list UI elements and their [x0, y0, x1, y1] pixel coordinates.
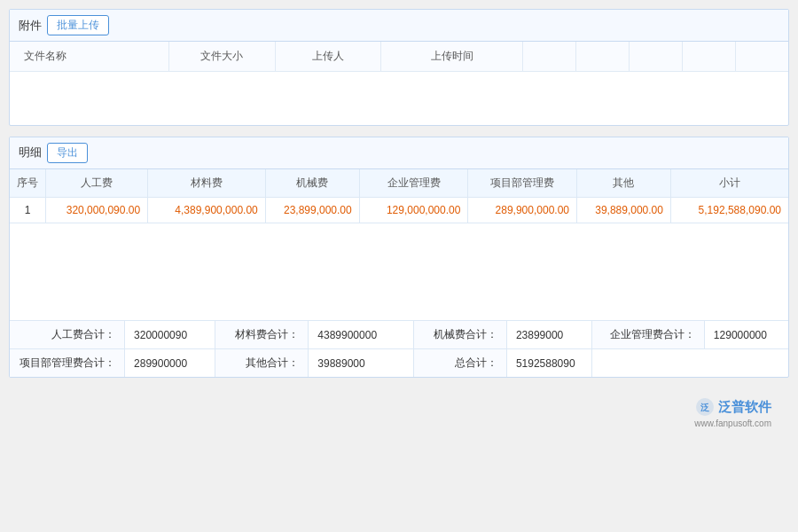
col-enterprise-mgmt: 企业管理费	[359, 169, 468, 198]
enterprise-mgmt-total-value: 129000000	[704, 321, 788, 349]
table-row: 1 320,000,090.00 4,389,900,000.00 23,899…	[10, 197, 788, 223]
attachment-header: 附件 批量上传	[10, 10, 788, 42]
col-seq: 序号	[10, 169, 46, 198]
project-mgmt-total-label: 项目部管理费合计：	[10, 349, 125, 378]
cell-material: 4,389,900,000.00	[148, 197, 266, 223]
col-labor: 人工费	[46, 169, 148, 198]
detail-header: 明细 导出	[10, 137, 788, 169]
col-filesize: 文件大小	[169, 42, 276, 72]
col-mechanical: 机械费	[265, 169, 359, 198]
col-material: 材料费	[148, 169, 266, 198]
col-subtotal: 小计	[670, 169, 788, 198]
col-uploader: 上传人	[275, 42, 381, 72]
cell-enterprise-mgmt: 129,000,000.00	[359, 197, 468, 223]
detail-spacer-row	[10, 223, 788, 320]
brand-logo-icon: 泛	[695, 397, 715, 417]
brand-website: www.fanpusoft.com	[27, 419, 771, 428]
summary-row-2: 项目部管理费合计： 289900000 其他合计： 39889000 总合计： …	[10, 349, 788, 378]
col-other: 其他	[577, 169, 671, 198]
summary-row-1: 人工费合计： 320000090 材料费合计： 4389900000 机械费合计…	[10, 321, 788, 349]
export-button[interactable]: 导出	[47, 143, 88, 163]
other-total-label: 其他合计：	[215, 349, 309, 378]
col-upload-time: 上传时间	[381, 42, 523, 72]
attachment-title: 附件	[19, 18, 42, 34]
col-extra1	[523, 42, 576, 72]
attachment-body	[10, 72, 788, 125]
mechanical-total-label: 机械费合计：	[413, 321, 506, 349]
other-total-value: 39889000	[309, 349, 413, 378]
cell-mechanical: 23,899,000.00	[265, 197, 359, 223]
enterprise-mgmt-total-label: 企业管理费合计：	[592, 321, 704, 349]
cell-project-mgmt: 289,900,000.00	[468, 197, 577, 223]
total-label: 总合计：	[413, 349, 506, 378]
cell-seq: 1	[10, 197, 46, 223]
col-extra3	[629, 42, 682, 72]
brand-name: 泛普软件	[718, 399, 771, 416]
cell-subtotal: 5,192,588,090.00	[670, 197, 788, 223]
detail-title: 明细	[19, 145, 42, 160]
batch-upload-button[interactable]: 批量上传	[47, 15, 109, 35]
attachment-empty-row	[10, 72, 788, 125]
col-extra4	[682, 42, 735, 72]
detail-table: 序号 人工费 材料费 机械费 企业管理费 项目部管理费 其他 小计 1 320,…	[10, 169, 788, 321]
col-project-mgmt: 项目部管理费	[468, 169, 577, 198]
material-total-label: 材料费合计：	[215, 321, 309, 349]
cell-other: 39,889,000.00	[577, 197, 671, 223]
detail-section: 明细 导出 序号 人工费 材料费 机械费 企业管理费 项目部管理费 其他 小计 …	[9, 137, 789, 379]
project-mgmt-total-value: 289900000	[125, 349, 215, 378]
col-extra2	[575, 42, 629, 72]
brand: 泛 泛普软件	[695, 397, 771, 417]
attachment-section: 附件 批量上传 文件名称 文件大小 上传人 上传时间	[9, 9, 789, 126]
total-value: 5192588090	[506, 349, 592, 378]
attachment-table: 文件名称 文件大小 上传人 上传时间	[10, 42, 788, 125]
footer: 泛 泛普软件 www.fanpusoft.com	[9, 388, 789, 437]
svg-text:泛: 泛	[700, 403, 710, 412]
col-filename: 文件名称	[10, 42, 169, 72]
material-total-value: 4389900000	[309, 321, 413, 349]
labor-total-value: 320000090	[125, 321, 215, 349]
mechanical-total-value: 23899000	[506, 321, 592, 349]
detail-header-row: 序号 人工费 材料费 机械费 企业管理费 项目部管理费 其他 小计	[10, 169, 788, 198]
detail-body: 1 320,000,090.00 4,389,900,000.00 23,899…	[10, 197, 788, 320]
labor-total-label: 人工费合计：	[10, 321, 125, 349]
summary-table: 人工费合计： 320000090 材料费合计： 4389900000 机械费合计…	[10, 320, 788, 377]
attachment-header-row: 文件名称 文件大小 上传人 上传时间	[10, 42, 788, 72]
col-extra5	[735, 42, 788, 72]
cell-labor: 320,000,090.00	[46, 197, 148, 223]
